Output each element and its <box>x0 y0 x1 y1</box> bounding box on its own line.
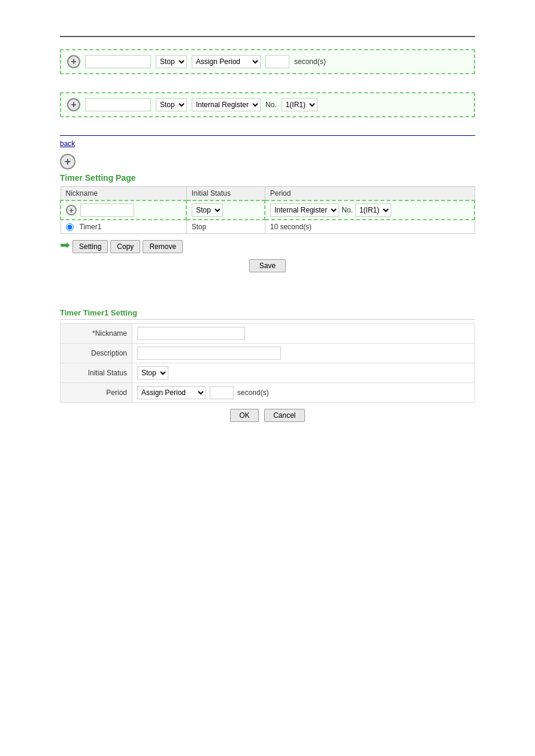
section2-dashed-box: + Stop Start Assign Period Internal Regi… <box>60 92 475 117</box>
initial-status-label: Initial Status <box>61 363 132 383</box>
back-link[interactable]: back <box>60 139 75 148</box>
section2-no-label: No. <box>265 101 277 109</box>
save-area: Save <box>60 259 475 272</box>
description-label: Description <box>61 344 132 363</box>
arrow-icon: ➡ <box>60 238 70 252</box>
col-header-nickname: Nickname <box>61 187 186 201</box>
timer-table: Nickname Initial Status Period + <box>60 186 475 234</box>
section2-add-button[interactable]: + <box>67 98 80 111</box>
period-seconds-label: second(s) <box>237 388 269 397</box>
new-timer-row: + Stop Start <box>61 201 474 220</box>
section1-add-button[interactable]: + <box>67 55 80 68</box>
section1-period-select[interactable]: Assign Period Internal Register <box>192 55 261 68</box>
timer1-status: Stop <box>186 220 265 234</box>
new-timer-status-select[interactable]: Stop Start <box>192 204 223 217</box>
section2-status-select[interactable]: Stop Start <box>156 98 187 111</box>
new-timer-no-label: No. <box>341 206 353 214</box>
timer1-name: Timer1 <box>80 223 102 231</box>
timer-setting-title: Timer Setting Page <box>60 173 475 183</box>
section2-period-select[interactable]: Assign Period Internal Register <box>192 98 261 111</box>
link-divider <box>60 135 475 136</box>
description-field[interactable] <box>137 347 281 360</box>
timer1-setting-title: Timer Timer1 Setting <box>60 308 475 320</box>
form-row-description: Description <box>61 344 475 363</box>
period-label: Period <box>61 383 132 403</box>
setting-button[interactable]: Setting <box>72 240 108 253</box>
section1-seconds-label: second(s) <box>294 57 326 66</box>
section2-nickname-input[interactable] <box>85 98 151 111</box>
col-header-status: Initial Status <box>186 187 265 201</box>
section1-nickname-input[interactable] <box>85 55 151 68</box>
period-value-field[interactable]: 1 <box>210 386 234 399</box>
section3-container: back + Timer Setting Page Nickname Initi… <box>60 135 475 272</box>
section1-period-value-input[interactable]: 1 <box>265 55 289 68</box>
form-row-nickname: *Nickname Timer1 <box>61 324 475 344</box>
new-timer-period-select[interactable]: Assign Period Internal Register <box>270 204 339 217</box>
new-timer-add-btn[interactable]: + <box>66 205 77 215</box>
action-buttons: Setting Copy Remove <box>72 240 183 253</box>
section1-dashed-box: + Stop Start Assign Period Internal Regi… <box>60 49 475 74</box>
form-buttons: OK Cancel <box>60 409 475 422</box>
timer1-form-table: *Nickname Timer1 Description Initial Sta… <box>60 323 475 403</box>
timer1-radio[interactable] <box>66 223 74 231</box>
initial-status-select[interactable]: Stop Start <box>137 366 168 379</box>
form-row-initial-status: Initial Status Stop Start <box>61 363 475 383</box>
ok-button[interactable]: OK <box>230 409 258 422</box>
new-timer-nickname-input[interactable] <box>80 204 134 217</box>
period-type-select[interactable]: Assign Period Internal Register <box>137 386 206 399</box>
new-timer-ir-select[interactable]: 1(IR1) 2(IR2) <box>355 204 391 217</box>
timer1-setting-section: Timer Timer1 Setting *Nickname Timer1 De… <box>60 308 475 422</box>
section1-status-select[interactable]: Stop Start <box>156 55 187 68</box>
copy-button[interactable]: Copy <box>110 240 140 253</box>
cancel-button[interactable]: Cancel <box>264 409 304 422</box>
col-header-period: Period <box>265 187 474 201</box>
remove-button[interactable]: Remove <box>143 240 183 253</box>
save-button[interactable]: Save <box>249 259 286 272</box>
nickname-field[interactable]: Timer1 <box>137 327 245 340</box>
timer1-period: 10 second(s) <box>265 220 474 234</box>
nickname-label: *Nickname <box>61 324 132 344</box>
form-row-period: Period Assign Period Internal Register 1… <box>61 383 475 403</box>
section2-ir-select[interactable]: 1(IR1) 2(IR2) 3(IR3) <box>282 98 318 111</box>
section3-add-button[interactable]: + <box>60 154 75 169</box>
timer1-row: Timer1 Stop 10 second(s) <box>61 220 474 234</box>
